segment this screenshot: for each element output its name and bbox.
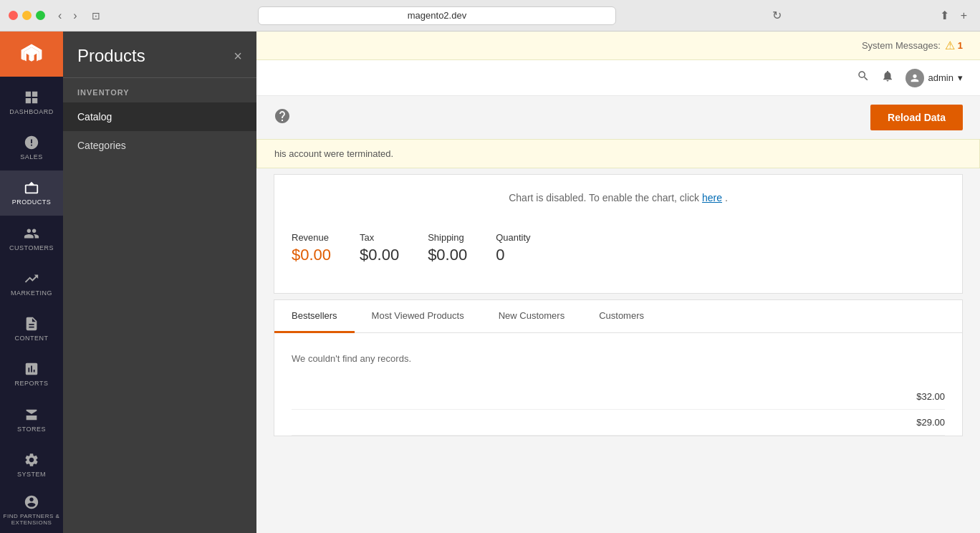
help-reload-bar: Reload Data: [256, 96, 980, 139]
notifications-button[interactable]: [881, 69, 894, 86]
tab-bestsellers[interactable]: Bestsellers: [274, 300, 355, 333]
warning-notification: his account were terminated.: [256, 139, 980, 168]
new-tab-button[interactable]: +: [956, 7, 971, 24]
reload-data-button[interactable]: Reload Data: [870, 105, 963, 130]
content-icon: [24, 316, 39, 332]
table-rows-visible: $32.00 $29.00: [274, 384, 962, 436]
avatar: [905, 69, 924, 87]
tab-customers[interactable]: Customers: [582, 300, 661, 333]
find-partners-icon: [24, 494, 39, 510]
back-button[interactable]: ‹: [54, 8, 66, 24]
reports-icon: [24, 361, 39, 377]
system-icon: [24, 452, 39, 468]
reload-button[interactable]: ↻: [772, 9, 782, 22]
user-icon: [909, 72, 921, 84]
forward-button[interactable]: ›: [69, 8, 81, 24]
main-content: System Messages: ⚠ 1: [256, 32, 980, 533]
no-records-text: We couldn't find any records.: [292, 345, 945, 373]
system-messages-bar: System Messages: ⚠ 1: [256, 32, 980, 60]
admin-user-menu[interactable]: admin ▾: [905, 69, 963, 87]
sidebar-item-customers[interactable]: CUSTOMERS: [0, 216, 63, 261]
table-cell-total: $32.00: [916, 391, 945, 402]
sidebar-item-dashboard[interactable]: DASHBOARD: [0, 80, 63, 125]
icon-sidebar: DASHBOARD SALES PRODUCTS CUSTOMERS: [0, 32, 63, 533]
warning-text: his account were terminated.: [274, 148, 393, 159]
window-button[interactable]: ⊡: [87, 9, 105, 23]
table-row: $32.00: [292, 384, 945, 410]
products-icon: [24, 180, 39, 196]
browser-chrome: ‹ › ⊡ magento2.dev ↻ ⬆ +: [0, 0, 980, 32]
share-button[interactable]: ⬆: [936, 7, 953, 24]
sidebar-item-find-partners[interactable]: FIND PARTNERS & EXTENSIONS: [0, 488, 63, 533]
admin-label: admin: [928, 72, 953, 83]
brand-logo[interactable]: [0, 32, 63, 77]
stat-shipping: Shipping $0.00: [428, 232, 467, 264]
minimize-traffic-light[interactable]: [22, 11, 32, 20]
table-area: We couldn't find any records.: [274, 333, 962, 384]
flyout-close-button[interactable]: ×: [234, 48, 242, 64]
chevron-down-icon: ▾: [958, 72, 963, 83]
traffic-lights: [9, 11, 45, 20]
help-button[interactable]: [274, 107, 291, 128]
address-bar[interactable]: magento2.dev: [258, 6, 616, 25]
flyout-title: Products: [77, 46, 145, 66]
dashboard-icon: [24, 90, 39, 105]
app-container: DASHBOARD SALES PRODUCTS CUSTOMERS: [0, 32, 980, 533]
stat-quantity: Quantity 0: [496, 232, 530, 264]
tabs-header: Bestsellers Most Viewed Products New Cus…: [274, 300, 962, 333]
stores-icon: [24, 407, 39, 423]
bell-icon: [881, 69, 894, 82]
sidebar-item-sales[interactable]: SALES: [0, 125, 63, 171]
system-messages-label: System Messages:: [862, 40, 941, 51]
search-icon: [857, 69, 870, 82]
search-button[interactable]: [857, 69, 870, 86]
sidebar-item-reports[interactable]: REPORTS: [0, 352, 63, 397]
sidebar-item-stores[interactable]: STORES: [0, 397, 63, 442]
sidebar-item-system[interactable]: SYSTEM: [0, 442, 63, 487]
sidebar-item-marketing[interactable]: MARKETING: [0, 261, 63, 306]
fullscreen-traffic-light[interactable]: [36, 11, 45, 20]
tab-most-viewed-products[interactable]: Most Viewed Products: [355, 300, 481, 333]
flyout-item-catalog[interactable]: Catalog: [63, 102, 256, 131]
sales-icon: [24, 135, 39, 150]
chart-enable-link[interactable]: here: [702, 192, 722, 203]
stat-revenue: Revenue $0.00: [292, 232, 331, 264]
table-row: $29.00: [292, 410, 945, 436]
top-bar: admin ▾: [256, 60, 980, 96]
flyout-header: Products ×: [63, 32, 256, 78]
sidebar-item-content[interactable]: CONTENT: [0, 307, 63, 352]
system-messages-count[interactable]: 1: [958, 40, 963, 51]
marketing-icon: [24, 271, 39, 287]
flyout-item-categories[interactable]: Categories: [63, 131, 256, 160]
chart-area: Chart is disabled. To enable the chart, …: [274, 174, 963, 294]
flyout-section-header: Inventory: [63, 78, 256, 102]
table-cell-total: $29.00: [916, 417, 945, 428]
sidebar-item-products[interactable]: PRODUCTS: [0, 171, 63, 216]
chart-disabled-text: Chart is disabled. To enable the chart, …: [292, 192, 945, 203]
flyout-panel: Products × Inventory Catalog Categories: [63, 32, 256, 533]
stat-tax: Tax $0.00: [360, 232, 399, 264]
close-traffic-light[interactable]: [9, 11, 18, 20]
help-circle-icon: [274, 107, 291, 125]
stats-row: Revenue $0.00 Tax $0.00 Shipping $0.00 Q…: [292, 221, 945, 276]
tab-new-customers[interactable]: New Customers: [481, 300, 582, 333]
warning-triangle-icon: ⚠: [945, 39, 955, 52]
tabs-section: Bestsellers Most Viewed Products New Cus…: [274, 299, 963, 436]
magento-logo-icon: [19, 42, 44, 67]
system-messages-warning: ⚠ 1: [945, 39, 963, 52]
dashboard-content: Reload Data his account were terminated.…: [256, 96, 980, 533]
customers-icon: [24, 226, 39, 241]
